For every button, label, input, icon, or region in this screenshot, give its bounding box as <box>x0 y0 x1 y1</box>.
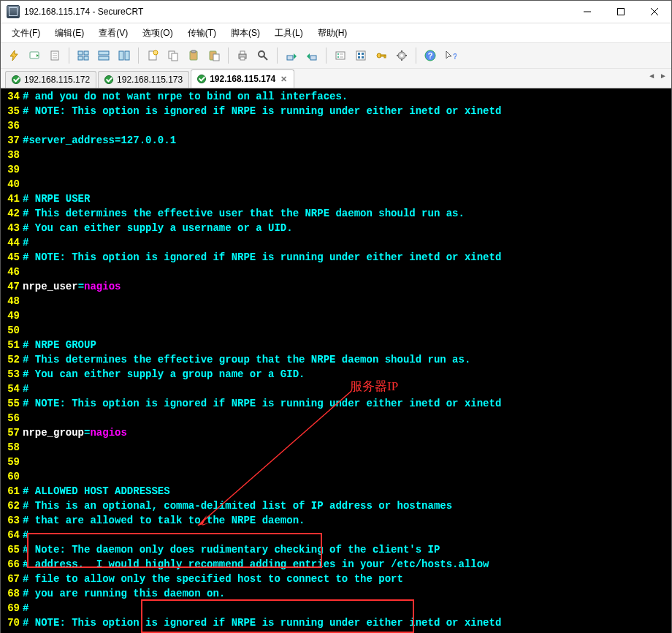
session-tab-2[interactable]: 192.168.115.173 <box>98 71 189 88</box>
tabbar: 192.168.115.172 192.168.115.173 192.168.… <box>1 69 671 88</box>
tb-tile2[interactable] <box>95 47 112 64</box>
tb-help[interactable]: ? <box>421 47 439 64</box>
terminal-line: 45# NOTE: This option is ignored if NRPE… <box>2 250 670 265</box>
line-content <box>20 323 670 338</box>
tb-send[interactable] <box>283 47 300 64</box>
tb-tile3[interactable] <box>115 47 133 64</box>
svg-rect-45 <box>362 56 364 58</box>
tb-options[interactable] <box>352 47 370 64</box>
tab-close-icon[interactable]: ✕ <box>279 75 288 83</box>
tb-receive[interactable] <box>303 47 321 64</box>
menubar: 文件(F) 编辑(E) 查看(V) 选项(O) 传输(T) 脚本(S) 工具(L… <box>1 23 671 42</box>
line-content: # NRPE GROUP <box>20 338 670 352</box>
terminal-line: 53# You can either supply a group name o… <box>2 367 670 382</box>
line-content <box>20 469 670 484</box>
tb-print[interactable] <box>234 47 251 64</box>
menu-file[interactable]: 文件(F) <box>8 25 44 42</box>
terminal-line: 38 <box>2 148 670 162</box>
line-number: 62 <box>2 499 20 513</box>
line-content: # You can either supply a username or a … <box>20 221 670 235</box>
terminal-line: 59 <box>2 455 670 469</box>
line-content <box>20 148 670 162</box>
svg-rect-34 <box>310 56 316 60</box>
menu-option[interactable]: 选项(O) <box>139 25 176 42</box>
terminal-line: 37#server_address=127.0.0.1 <box>2 133 670 148</box>
line-content: # <box>20 235 670 250</box>
line-content: nrpe_group=nagios <box>20 425 670 440</box>
terminal-line: 65# Note: The daemon only does rudimenta… <box>2 542 670 557</box>
tb-copy[interactable] <box>164 47 182 64</box>
terminal-line: 42# This determines the effective user t… <box>2 206 670 221</box>
line-number: 42 <box>2 206 20 221</box>
tb-find[interactable] <box>254 47 272 64</box>
line-content: # NRPE USER <box>20 192 670 206</box>
terminal-line: 54# <box>2 382 670 396</box>
close-button[interactable] <box>638 1 671 23</box>
tb-lightning[interactable] <box>5 47 23 64</box>
menu-view[interactable]: 查看(V) <box>95 25 131 42</box>
terminal-line: 51# NRPE GROUP <box>2 338 670 352</box>
menu-script[interactable]: 脚本(S) <box>227 25 264 42</box>
line-number: 57 <box>2 425 20 440</box>
minimize-button[interactable] <box>570 1 604 23</box>
connected-icon <box>197 75 206 83</box>
line-number: 59 <box>2 455 20 469</box>
line-number: 55 <box>2 396 20 411</box>
tb-settings[interactable] <box>393 47 411 64</box>
line-number: 40 <box>2 177 20 192</box>
tab-prev-icon[interactable]: ◄ <box>648 72 655 80</box>
line-number: 65 <box>2 542 20 557</box>
svg-rect-1 <box>618 9 625 15</box>
line-number: 64 <box>2 528 20 542</box>
svg-rect-28 <box>240 51 245 54</box>
tab-next-icon[interactable]: ► <box>660 72 667 80</box>
terminal-line: 56 <box>2 411 670 425</box>
session-tab-1[interactable]: 192.168.115.172 <box>5 71 96 88</box>
svg-point-37 <box>337 53 339 55</box>
maximize-button[interactable] <box>604 1 638 23</box>
line-content <box>20 118 670 133</box>
line-content <box>20 177 670 192</box>
svg-rect-36 <box>336 52 345 59</box>
terminal-line: 40 <box>2 177 670 192</box>
session-tab-3[interactable]: 192.168.115.174 ✕ <box>191 69 294 88</box>
svg-rect-12 <box>84 51 88 55</box>
menu-edit[interactable]: 编辑(E) <box>51 25 88 42</box>
menu-transfer[interactable]: 传输(T) <box>184 25 220 42</box>
terminal-line: 41# NRPE USER <box>2 192 670 206</box>
line-number: 39 <box>2 162 20 177</box>
terminal[interactable]: 34# and you do not want nrpe to bind on … <box>1 88 671 633</box>
line-content: # You can either supply a group name or … <box>20 367 670 382</box>
menu-tools[interactable]: 工具(L) <box>271 25 307 42</box>
line-number: 51 <box>2 338 20 352</box>
line-number: 37 <box>2 133 20 148</box>
tb-script[interactable] <box>46 47 64 64</box>
svg-rect-24 <box>191 50 196 53</box>
tb-key[interactable] <box>373 47 390 64</box>
terminal-line: 64# <box>2 528 670 542</box>
tb-properties[interactable] <box>332 47 349 64</box>
svg-rect-26 <box>213 54 219 61</box>
app-icon <box>7 5 20 18</box>
terminal-line: 62# This is an optional, comma-delimited… <box>2 499 670 513</box>
terminal-line: 61# ALLOWED HOST ADDRESSES <box>2 484 670 499</box>
line-content: #server_address=127.0.0.1 <box>20 133 670 148</box>
line-number: 70 <box>2 615 20 630</box>
titlebar[interactable]: 192.168.115.174 - SecureCRT <box>1 1 671 23</box>
svg-rect-48 <box>384 56 386 58</box>
menu-help[interactable]: 帮助(H) <box>314 25 351 42</box>
svg-text:?: ? <box>453 53 457 61</box>
line-number: 60 <box>2 469 20 484</box>
tb-paste-special[interactable] <box>205 47 223 64</box>
svg-rect-41 <box>356 51 365 60</box>
tb-paste[interactable] <box>185 47 202 64</box>
tb-tile1[interactable] <box>75 47 92 64</box>
line-number: 47 <box>2 279 20 294</box>
tb-quick-connect[interactable] <box>26 47 43 64</box>
tb-context-help[interactable]: ? <box>442 47 459 64</box>
terminal-line: 46 <box>2 265 670 279</box>
line-number: 38 <box>2 148 20 162</box>
tab-label: 192.168.115.172 <box>24 75 90 85</box>
tb-new[interactable] <box>144 47 161 64</box>
terminal-line: 39 <box>2 162 670 177</box>
